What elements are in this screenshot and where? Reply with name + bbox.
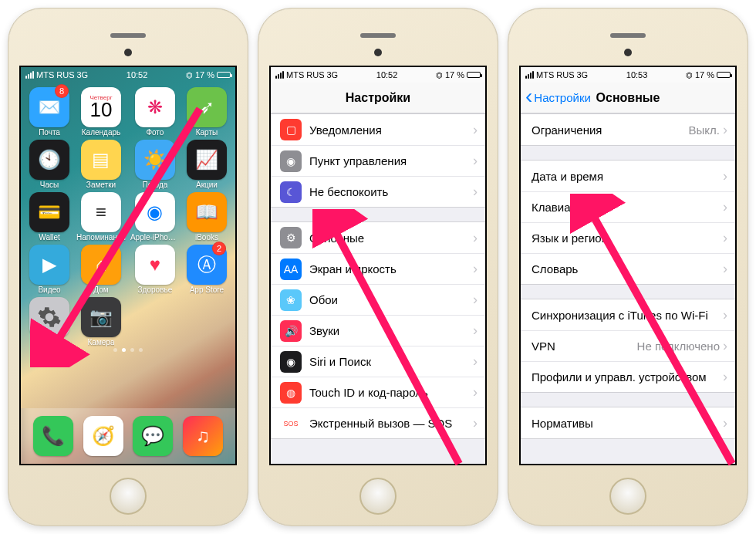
settings-icon: [29, 297, 69, 337]
settings-row[interactable]: ▢ Уведомления ›: [271, 114, 485, 145]
signal-icon: [275, 71, 284, 79]
settings-row[interactable]: AA Экран и яркость ›: [271, 253, 485, 284]
settings-row[interactable]: ◍ Touch ID и код-пароль ›: [271, 377, 485, 407]
app-label: Акции: [196, 181, 218, 189]
rotation-lock-icon: ⏣: [686, 71, 693, 79]
settings-row[interactable]: 🔊 Звуки ›: [271, 315, 485, 346]
settings-row[interactable]: Синхронизация с iTunes по Wi-Fi›: [521, 299, 735, 330]
battery-icon: [717, 72, 731, 78]
app-icon: ☀️: [135, 140, 175, 180]
dock: 📞Телефон🧭Safari💬Сообщения♫Музыка: [21, 408, 235, 464]
page-dots: [21, 348, 235, 352]
app-ibooks[interactable]: 📖iBooks: [184, 192, 229, 242]
row-title: Уведомления: [309, 123, 473, 137]
app-icon: ❋: [135, 87, 175, 127]
app-камера[interactable]: 📷Камера: [76, 297, 126, 346]
settings-row[interactable]: Язык и регион›: [521, 222, 735, 253]
front-camera: [624, 49, 632, 56]
row-title: Обои: [309, 293, 473, 306]
settings-row[interactable]: VPNНе подключено›: [521, 330, 735, 361]
row-title: Экстренный вызов — SOS: [309, 417, 473, 430]
settings-list[interactable]: ▢ Уведомления ›◉ Пункт управления ›☾ Не …: [271, 113, 485, 464]
carrier-label: MTS RUS: [286, 70, 325, 79]
nav-title: Основные: [596, 91, 660, 105]
app-icon: 🧭: [83, 416, 123, 456]
settings-row[interactable]: Словарь›: [521, 253, 735, 284]
row-title: Пункт управления: [309, 154, 473, 167]
settings-row[interactable]: Нормативы›: [521, 407, 735, 438]
row-icon: 🔊: [280, 320, 302, 342]
settings-row[interactable]: Профили и управл. устройством›: [521, 361, 735, 392]
app-label: Напоминания: [76, 233, 126, 242]
settings-row[interactable]: ◉ Пункт управления ›: [271, 145, 485, 176]
app-часы[interactable]: 🕙Часы: [27, 140, 72, 189]
row-icon: ◉: [280, 150, 302, 172]
home-button[interactable]: [110, 478, 147, 515]
app-календарь[interactable]: Четверг10Календарь: [76, 87, 126, 137]
app-icon: 💬: [133, 416, 173, 456]
app-label: Apple-iPhon…: [130, 233, 180, 242]
dock-app-safari[interactable]: 🧭Safari: [83, 416, 123, 456]
app-дом[interactable]: ⌂Дом: [76, 245, 126, 294]
network-label: 3G: [77, 70, 89, 79]
row-title: Словарь: [532, 262, 723, 275]
app-настройки[interactable]: Настройки: [27, 297, 72, 346]
settings-row[interactable]: SOS Экстренный вызов — SOS ›: [271, 407, 485, 438]
settings-row[interactable]: ОграниченияВыкл.›: [521, 114, 735, 145]
badge: 2: [212, 242, 226, 255]
app-grid: ✉️Почта8Четверг10Календарь❋Фото➶Карты🕙Ча…: [21, 83, 235, 346]
battery-pct: 17 %: [695, 70, 714, 79]
app-видео[interactable]: ▶︎Видео: [27, 245, 72, 294]
settings-row[interactable]: ❀ Обои ›: [271, 284, 485, 315]
chevron-right-icon: ›: [723, 122, 727, 138]
dock-app-музыка[interactable]: ♫Музыка: [183, 416, 223, 456]
app-акции[interactable]: 📈Акции: [184, 140, 229, 189]
nav-bar: Настройки Основные: [521, 83, 735, 113]
network-label: 3G: [577, 70, 589, 79]
dock-app-сообщения[interactable]: 💬Сообщения: [133, 416, 173, 456]
settings-row[interactable]: ⚙ Основные ›: [271, 222, 485, 253]
clock: 10:53: [626, 70, 648, 79]
settings-row[interactable]: Дата и время›: [521, 161, 735, 191]
dock-app-телефон[interactable]: 📞Телефон: [33, 416, 73, 456]
app-icon: ≡: [81, 192, 121, 232]
app-apple-iphon…[interactable]: ◉Apple-iPhon…: [130, 192, 180, 242]
back-button[interactable]: Настройки: [525, 83, 591, 113]
app-фото[interactable]: ❋Фото: [130, 87, 180, 137]
chevron-right-icon: ›: [473, 415, 478, 431]
app-wallet[interactable]: 💳Wallet: [27, 192, 72, 242]
chevron-right-icon: ›: [723, 168, 727, 184]
battery-pct: 17 %: [195, 70, 214, 79]
settings-list[interactable]: ОграниченияВыкл.›Дата и время›Клавиатура…: [521, 113, 735, 464]
app-здоровье[interactable]: ♥Здоровье: [130, 245, 180, 294]
row-title: VPN: [532, 340, 637, 353]
row-title: Siri и Поиск: [309, 355, 473, 368]
home-button[interactable]: [609, 478, 646, 515]
app-погода[interactable]: ☀️Погода: [130, 140, 180, 189]
speaker: [360, 33, 396, 38]
app-почта[interactable]: ✉️Почта8: [27, 87, 72, 137]
app-label: Часы: [40, 181, 59, 189]
app-label: iBooks: [195, 233, 218, 242]
app-label: Фото: [146, 128, 164, 137]
settings-row[interactable]: ◉ Siri и Поиск ›: [271, 346, 485, 377]
row-title: Экран и яркость: [309, 262, 473, 275]
row-title: Язык и регион: [532, 232, 723, 245]
settings-row[interactable]: Клавиатура›: [521, 191, 735, 222]
row-icon: ▢: [280, 119, 302, 140]
clock: 10:52: [127, 70, 148, 79]
home-button[interactable]: [359, 478, 397, 515]
app-заметки[interactable]: ▤Заметки: [76, 140, 126, 189]
battery-pct: 17 %: [445, 70, 464, 79]
app-icon: ➶: [187, 87, 227, 127]
app-карты[interactable]: ➶Карты: [184, 87, 229, 137]
settings-screen: MTS RUS 3G 10:52 ⏣ 17 % Настройки ▢ Увед…: [269, 66, 487, 465]
settings-row[interactable]: ☾ Не беспокоить ›: [271, 176, 485, 207]
app-app store[interactable]: ⒶApp Store2: [184, 245, 229, 294]
row-icon: ◉: [280, 351, 302, 373]
app-icon: ♥: [135, 245, 175, 285]
app-label: Настройки: [31, 338, 69, 346]
row-value: Выкл.: [689, 123, 720, 137]
app-напоминания[interactable]: ≡Напоминания: [76, 192, 126, 242]
app-label: Wallet: [39, 233, 59, 242]
